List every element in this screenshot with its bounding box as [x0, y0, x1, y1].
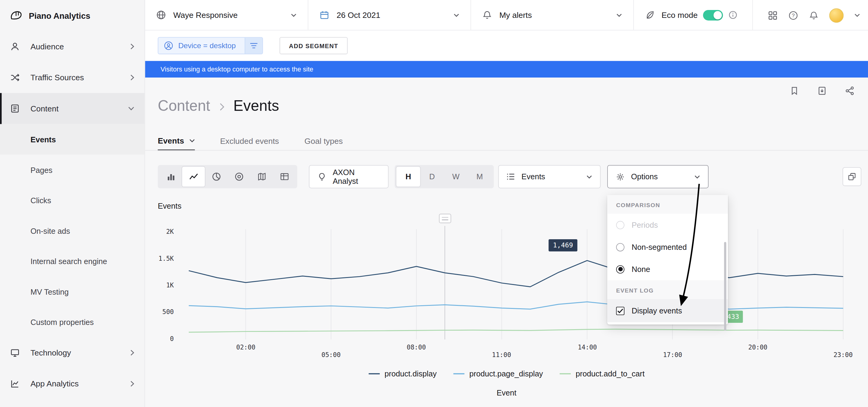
svg-text:?: ?: [792, 12, 795, 19]
tab-label: Excluded events: [220, 137, 279, 145]
date-selector-value: 26 Oct 2021: [336, 10, 380, 19]
menu-item-label: Display events: [632, 306, 682, 315]
granularity-month[interactable]: M: [468, 167, 492, 186]
sidebar-item-content[interactable]: Content: [0, 93, 145, 124]
tab-goal-types[interactable]: Goal types: [304, 131, 343, 150]
axon-analyst-button[interactable]: AXON Analyst: [309, 165, 389, 188]
granularity-hour[interactable]: H: [396, 167, 420, 186]
menu-item-periods[interactable]: Periods: [607, 214, 728, 236]
info-icon[interactable]: [728, 10, 737, 19]
sidebar-item-label: Traffic Sources: [31, 73, 84, 82]
help-icon[interactable]: ?: [788, 10, 798, 20]
chart-legend: product.display product.page_display pro…: [145, 370, 868, 378]
sidebar-item-audience[interactable]: Audience: [0, 31, 145, 62]
radio-icon: [616, 243, 624, 251]
y-tick-label: 1.5K: [145, 255, 174, 263]
tab-bar: Events Excluded events Goal types: [158, 131, 343, 150]
sidebar-item-mv-testing[interactable]: MV Testing: [0, 276, 145, 307]
menu-item-non-segmented[interactable]: Non-segmented: [607, 236, 728, 258]
sidebar-item-custom-properties[interactable]: Custom properties: [0, 307, 145, 337]
bookmark-icon[interactable]: [789, 86, 799, 96]
options-dropdown-value: Options: [631, 172, 658, 181]
chevron-down-icon: [694, 175, 700, 179]
sidebar-subitem-label: Internal search engine: [31, 257, 107, 266]
chart-tooltip: 1,469: [549, 239, 577, 251]
sidebar-item-app-analytics[interactable]: App Analytics: [0, 368, 145, 399]
granularity-day[interactable]: D: [420, 167, 444, 186]
metric-dropdown[interactable]: Events: [498, 165, 600, 188]
app-logo[interactable]: Piano Analytics: [0, 0, 145, 31]
toggle-knob: [714, 11, 722, 19]
chevron-down-icon[interactable]: [854, 13, 860, 17]
x-tick-label: 02:00: [236, 343, 255, 351]
radio-icon: [616, 221, 624, 229]
pie-chart-icon[interactable]: [205, 167, 227, 186]
copy-icon[interactable]: [843, 167, 861, 186]
line-chart-icon[interactable]: [182, 167, 205, 186]
y-tick-label: 0: [145, 335, 174, 343]
menu-section-header: EVENT LOG: [607, 280, 728, 299]
sidebar-subitem-label: On-site ads: [31, 226, 70, 235]
tab-excluded-events[interactable]: Excluded events: [220, 131, 279, 150]
export-icon[interactable]: [817, 86, 827, 96]
legend-item[interactable]: product.display: [369, 370, 437, 378]
sidebar-item-pages[interactable]: Pages: [0, 154, 145, 185]
legend-item[interactable]: product.add_to_cart: [560, 370, 645, 378]
list-icon: [506, 172, 515, 181]
chevron-down-icon: [189, 139, 194, 142]
sidebar-item-technology[interactable]: Technology: [0, 337, 145, 368]
metric-dropdown-value: Events: [522, 172, 545, 181]
document-icon: [10, 104, 22, 114]
sidebar-item-traffic-sources[interactable]: Traffic Sources: [0, 62, 145, 93]
chevron-down-icon: [454, 13, 460, 17]
menu-item-label: Periods: [632, 221, 658, 229]
menu-item-display-events[interactable]: Display events: [607, 299, 728, 322]
x-tick-label: 14:00: [578, 343, 597, 351]
segment-chip[interactable]: Device = desktop: [158, 37, 263, 55]
piano-analytics-app: Piano Analytics Audience Traffic Sources…: [0, 0, 868, 407]
options-dropdown[interactable]: Options: [607, 165, 709, 188]
alerts-selector[interactable]: My alerts: [471, 0, 634, 30]
legend-label: product.add_to_cart: [576, 370, 645, 378]
site-selector[interactable]: Waye Responsive: [145, 0, 308, 30]
sidebar-item-label: App Analytics: [31, 379, 79, 388]
map-icon[interactable]: [250, 167, 273, 186]
menu-scrollbar[interactable]: [724, 242, 726, 331]
segment-filter-icon[interactable]: [245, 37, 262, 54]
breadcrumb-parent[interactable]: Content: [158, 97, 210, 115]
sidebar-item-events[interactable]: Events: [0, 124, 145, 155]
apps-grid-icon[interactable]: [768, 10, 778, 20]
sidebar-item-label: Content: [31, 104, 59, 113]
tab-events[interactable]: Events: [158, 131, 194, 150]
donut-chart-icon[interactable]: [227, 167, 250, 186]
table-icon[interactable]: [273, 167, 296, 186]
x-tick-label: 20:00: [748, 343, 767, 351]
eco-mode-toggle[interactable]: [703, 10, 723, 20]
y-tick-label: 2K: [145, 228, 174, 236]
date-selector[interactable]: 26 Oct 2021: [308, 0, 471, 30]
user-icon: [10, 41, 22, 52]
segment-user-icon: [158, 41, 173, 50]
segment-bar: Device = desktop ADD SEGMENT: [145, 31, 868, 61]
add-segment-button[interactable]: ADD SEGMENT: [280, 37, 348, 55]
sidebar-subitem-label: Events: [31, 135, 56, 144]
sidebar-item-on-site-ads[interactable]: On-site ads: [0, 215, 145, 246]
app-name: Piano Analytics: [29, 11, 90, 20]
menu-item-none[interactable]: None: [607, 258, 728, 280]
axon-analyst-label: AXON Analyst: [333, 168, 380, 186]
avatar[interactable]: [829, 8, 844, 23]
notifications-bell-icon[interactable]: [809, 10, 819, 20]
top-bar: Waye Responsive 26 Oct 2021 My alerts Ec…: [145, 0, 868, 31]
event-annotation-icon[interactable]: [439, 214, 451, 223]
sidebar-item-internal-search-engine[interactable]: Internal search engine: [0, 246, 145, 277]
events-line-chart[interactable]: [177, 226, 846, 342]
bar-chart-icon[interactable]: [159, 167, 182, 186]
chart-title: Events: [158, 202, 181, 210]
legend-item[interactable]: product.page_display: [453, 370, 543, 378]
granularity-week[interactable]: W: [444, 167, 468, 186]
bulb-icon: [317, 172, 327, 181]
share-icon[interactable]: [845, 86, 855, 96]
calendar-icon: [319, 10, 330, 20]
sidebar-item-clicks[interactable]: Clicks: [0, 185, 145, 215]
sidebar-subitem-label: Clicks: [31, 196, 51, 204]
